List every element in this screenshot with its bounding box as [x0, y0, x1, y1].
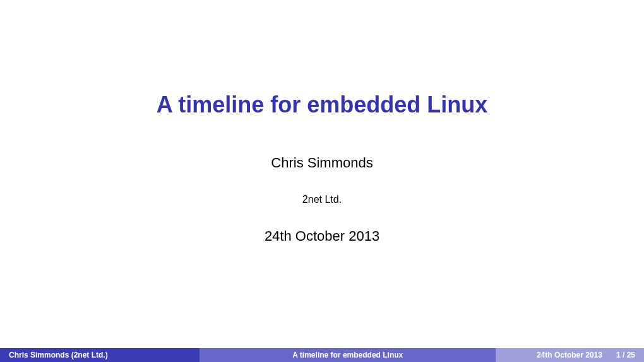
footer-date-section: 24th October 2013 1 / 25 — [496, 348, 644, 362]
slide-date: 24th October 2013 — [265, 228, 379, 244]
slide-author: Chris Simmonds — [271, 155, 373, 171]
slide-footer: Chris Simmonds (2net Ltd.) A timeline fo… — [0, 348, 644, 362]
slide-organization: 2net Ltd. — [302, 194, 342, 205]
footer-author-section: Chris Simmonds (2net Ltd.) — [0, 348, 200, 362]
footer-title-section: A timeline for embedded Linux — [200, 348, 496, 362]
slide-content: A timeline for embedded Linux Chris Simm… — [0, 0, 644, 348]
footer-title-text: A timeline for embedded Linux — [292, 351, 403, 359]
footer-author-text: Chris Simmonds (2net Ltd.) — [9, 351, 108, 359]
slide-title: A timeline for embedded Linux — [157, 92, 488, 118]
footer-page-number: 1 / 25 — [616, 351, 635, 359]
footer-date-text: 24th October 2013 — [537, 351, 602, 359]
